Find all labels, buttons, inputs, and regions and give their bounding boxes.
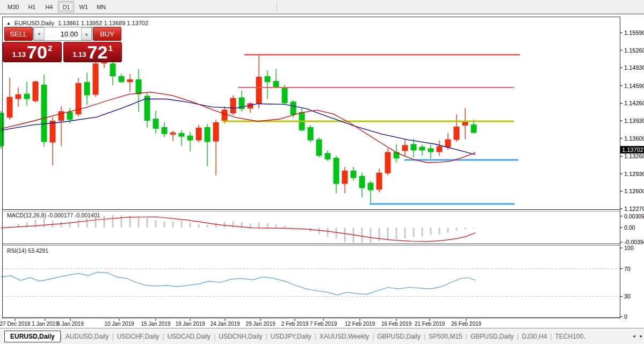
svg-text:10 Jan 2019: 10 Jan 2019 (104, 321, 134, 327)
svg-text:26 Feb 2019: 26 Feb 2019 (451, 321, 482, 327)
tab-tech100-[interactable]: TECH100, (552, 331, 589, 342)
svg-text:21 Feb 2019: 21 Feb 2019 (415, 321, 445, 327)
svg-text:0: 0 (624, 313, 627, 320)
rsi-indicator-label: RSI(14) 53.4291 (7, 247, 48, 254)
buy-price-pip: 1 (108, 43, 112, 53)
chart-title-row: ▲ EURUSD,Daily 1.13861 1.13952 1.13689 1… (6, 20, 148, 26)
tab-eurusd-daily[interactable]: EURUSD,Daily (4, 331, 61, 342)
tab-dj30-h4[interactable]: DJ30,H4 (519, 331, 551, 342)
timeframe-toolbar: M30H1H4D1W1MN (0, 0, 644, 14)
collapse-icon[interactable]: ▲ (6, 21, 11, 26)
svg-text:29 Jan 2019: 29 Jan 2019 (245, 321, 275, 327)
svg-text:1 Jan 2019: 1 Jan 2019 (32, 321, 59, 327)
symbol-tabbar: EURUSD,Daily|AUDUSD,Daily|USDCHF,Daily|U… (0, 328, 644, 344)
current-price-label: 1.13702 (620, 146, 644, 153)
tab-sp500-m15[interactable]: SP500,M15 (425, 331, 466, 342)
svg-text:1.14930: 1.14930 (624, 64, 644, 71)
svg-text:70: 70 (624, 266, 631, 272)
svg-text:7 Feb 2019: 7 Feb 2019 (310, 321, 337, 327)
volume-increase-button[interactable]: ▲ (81, 27, 92, 40)
timeframe-button-d1[interactable]: D1 (58, 1, 74, 12)
buy-button[interactable]: BUY (93, 27, 121, 41)
tab-gbpusd-daily[interactable]: GBPUSD,Daily (467, 331, 517, 342)
svg-text:1.14590: 1.14590 (624, 83, 644, 89)
sell-price-base: 1.13 (12, 50, 26, 58)
chevron-down-icon: ▼ (38, 32, 41, 36)
price-chart-canvas[interactable]: 1.155901.152601.149301.145901.142601.139… (0, 17, 644, 328)
chart-panels (0, 17, 644, 328)
mt4-window: M30H1H4D1W1MN 1.155901.152601.149301.145… (0, 0, 644, 344)
tab-usdjpy-daily[interactable]: USDJPY,Daily (267, 331, 315, 342)
sell-button[interactable]: SELL (4, 27, 33, 41)
timeframe-button-m30[interactable]: M30 (4, 1, 23, 12)
svg-text:1.15260: 1.15260 (624, 47, 644, 54)
symbol-title: EURUSD,Daily (15, 20, 54, 26)
tab-usdchf-daily[interactable]: USDCHF,Daily (114, 331, 163, 342)
svg-text:16 Feb 2019: 16 Feb 2019 (381, 321, 412, 327)
symbol-tabs: EURUSD,Daily|AUDUSD,Daily|USDCHF,Daily|U… (0, 331, 589, 342)
svg-text:27 Dec 2018: 27 Dec 2018 (0, 321, 31, 327)
chevron-up-icon: ▲ (85, 32, 89, 36)
volume-stepper: ▼ ▲ (33, 27, 92, 41)
tab-scroll-left-icon[interactable]: ◂ (633, 333, 635, 339)
svg-text:24 Jan 2019: 24 Jan 2019 (210, 321, 240, 327)
svg-text:1.13600: 1.13600 (624, 135, 644, 142)
svg-text:19 Jan 2019: 19 Jan 2019 (175, 321, 205, 327)
timeframe-button-w1[interactable]: W1 (75, 1, 92, 12)
tab-usdcnh-daily[interactable]: USDCNH,Daily (215, 331, 265, 342)
volume-decrease-button[interactable]: ▼ (34, 27, 45, 40)
svg-text:100: 100 (624, 245, 634, 251)
timeframe-button-h4[interactable]: H4 (41, 1, 57, 12)
macd-indicator-label: MACD(12,26,9) -0.000177 -0.001401 (7, 212, 100, 218)
sell-price-pip: 2 (48, 43, 52, 53)
tab-usdcad-daily[interactable]: USDCAD,Daily (164, 331, 214, 342)
sell-price-big: 70 (27, 44, 47, 60)
buy-price-base: 1.13 (73, 50, 86, 58)
volume-input[interactable] (45, 27, 81, 40)
svg-text:1.13260: 1.13260 (624, 153, 644, 159)
tab-scroll-arrows: ◂ ▸ (633, 333, 642, 339)
buy-price-panel[interactable]: 1.13 72 1 (63, 42, 122, 62)
timeframe-button-mn[interactable]: MN (93, 1, 110, 12)
svg-text:1.12600: 1.12600 (624, 188, 644, 194)
tab-audusd-daily[interactable]: AUDUSD,Daily (62, 331, 112, 342)
timeframe-button-h1[interactable]: H1 (24, 1, 40, 12)
tab-scroll-right-icon[interactable]: ▸ (640, 333, 642, 339)
svg-text:0.00: 0.00 (624, 224, 635, 231)
toolbar-divider (277, 2, 277, 12)
svg-text:1.12270: 1.12270 (624, 206, 644, 212)
ohlc-values: 1.13861 1.13952 1.13689 1.13702 (58, 20, 148, 26)
buy-price-big: 72 (88, 44, 108, 60)
tab-gbpusd-daily[interactable]: GBPUSD,Daily (374, 331, 424, 342)
svg-text:1.13930: 1.13930 (624, 118, 644, 124)
svg-text:1.14260: 1.14260 (624, 100, 644, 106)
svg-text:0.003095: 0.003095 (624, 213, 644, 219)
svg-text:5 Jan 2019: 5 Jan 2019 (57, 321, 84, 327)
svg-text:30: 30 (624, 293, 631, 299)
svg-text:15 Jan 2019: 15 Jan 2019 (141, 321, 170, 327)
chart-window[interactable]: 1.155901.152601.149301.145901.142601.139… (0, 17, 644, 328)
timeframe-buttons: M30H1H4D1W1MN (3, 1, 110, 12)
svg-text:1.12930: 1.12930 (624, 171, 644, 177)
sell-price-panel[interactable]: 1.13 70 2 (3, 42, 62, 62)
svg-text:12 Feb 2019: 12 Feb 2019 (345, 321, 375, 327)
svg-text:2 Feb 2019: 2 Feb 2019 (281, 321, 309, 327)
tab-xauusd-weekly[interactable]: XAUUSD,Weekly (316, 331, 372, 342)
svg-text:1.15590: 1.15590 (624, 30, 644, 36)
